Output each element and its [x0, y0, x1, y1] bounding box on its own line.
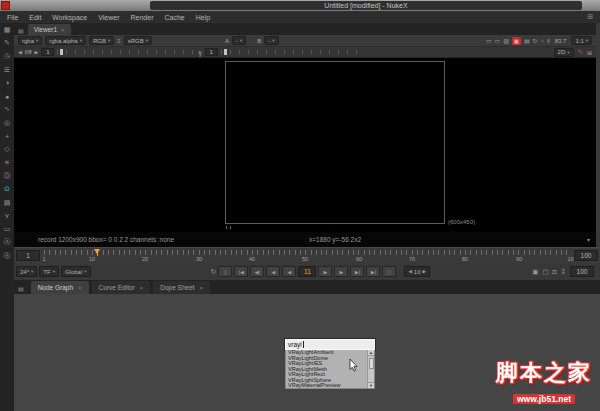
input-a-select[interactable]: - ▾ [232, 36, 246, 45]
viewer-canvas[interactable]: (600x450) [14, 58, 596, 232]
menu-workspace[interactable]: Workspace [52, 14, 87, 21]
toolsets-icon[interactable]: ⋎ [0, 209, 14, 222]
layer-select[interactable]: rgba ▾ [18, 36, 42, 45]
views-icon[interactable]: ⊙ [0, 183, 14, 196]
next-keyframe-button[interactable]: ▶| [350, 266, 364, 277]
close-icon[interactable]: × [61, 27, 65, 33]
range-end-field[interactable]: 100 [574, 250, 598, 261]
menu-help[interactable]: Help [196, 14, 210, 21]
keyer-icon[interactable]: ∿ [0, 103, 14, 116]
increment-next-icon[interactable]: ▶ [423, 269, 426, 274]
goto-start-button[interactable]: |◀ [234, 266, 248, 277]
view-mode-select[interactable]: 2D ▾ [554, 48, 574, 57]
channel-icon[interactable]: ☰ [0, 63, 14, 76]
annotate-pencil-icon[interactable]: ✎ [578, 48, 583, 56]
draw-icon[interactable]: ✎ [0, 36, 14, 49]
menu-cache[interactable]: Cache [164, 14, 184, 21]
plugins-a-icon[interactable]: Ⓐ [0, 236, 14, 249]
deep-icon[interactable]: Ⓓ [0, 169, 14, 182]
channels-select[interactable]: RGB ▾ [89, 36, 114, 45]
monitor-out-icon[interactable]: ▤ [524, 37, 530, 44]
scroll-down-icon[interactable]: ▼ [368, 382, 374, 388]
other-icon[interactable]: ▭ [0, 222, 14, 235]
channel-strip-icon[interactable]: ≡ [117, 38, 121, 44]
increment-value[interactable]: 10 [414, 269, 421, 275]
prev-keyframe-button[interactable]: ◀| [250, 266, 264, 277]
timeline-ruler[interactable] [44, 250, 572, 255]
tab-node-graph[interactable]: Node Graph × [31, 281, 89, 294]
gamma-slider[interactable] [221, 49, 359, 55]
image-icon[interactable]: ▦ [0, 23, 14, 36]
particles-icon[interactable]: ✳ [0, 156, 14, 169]
render-export-icon[interactable]: ↧ [561, 268, 566, 276]
gain-prev-icon[interactable]: ◀ [18, 49, 22, 55]
panel-splitter[interactable] [596, 23, 600, 247]
roi-icon[interactable]: ▦ [512, 37, 521, 45]
colorspace-select[interactable]: sRGB ▾ [124, 36, 152, 45]
step-forward-button[interactable]: ▶ [318, 266, 332, 277]
gain-slider[interactable] [57, 49, 195, 55]
layout-grid-icon[interactable]: ⊞ [587, 49, 592, 56]
fps-select[interactable]: 24* ▾ [16, 266, 37, 277]
wipe-a-icon[interactable]: ▭ [486, 37, 492, 44]
scrollbar[interactable]: ▲ ▼ [367, 350, 374, 388]
menu-file[interactable]: File [7, 14, 18, 21]
range-start-field[interactable]: 1 [16, 250, 40, 261]
range-lock-button[interactable]: ▯ [218, 266, 232, 277]
panel-menu-icon[interactable]: ▤ [18, 27, 24, 34]
play-forward-button[interactable]: ▶ [334, 266, 348, 277]
menu-edit[interactable]: Edit [29, 14, 41, 21]
panel-menu-icon[interactable]: ▤ [18, 285, 24, 292]
workspace-grid-icon[interactable]: ⊞ [587, 13, 593, 21]
filter-icon[interactable]: ● [0, 89, 14, 102]
time-icon[interactable]: ◷ [0, 50, 14, 63]
gain-value[interactable]: 1 [41, 48, 54, 56]
metadata-icon[interactable]: ▤ [0, 196, 14, 209]
play-backward-button[interactable]: ◀ [266, 266, 280, 277]
transform-icon[interactable]: + [0, 129, 14, 142]
3d-icon[interactable]: ◇ [0, 143, 14, 156]
range-mode-select[interactable]: TF ▾ [39, 266, 59, 277]
menu-render[interactable]: Render [131, 14, 154, 21]
refresh-icon[interactable]: ↻ [533, 37, 538, 44]
current-frame-field[interactable]: 11 [298, 266, 316, 277]
node-search-input[interactable]: vrayl [285, 339, 375, 350]
playhead-stem[interactable] [97, 249, 98, 256]
flipbook-a-icon[interactable]: ▣ [532, 268, 538, 276]
close-icon[interactable]: × [140, 285, 144, 291]
plugins-s-icon[interactable]: Ⓢ [0, 249, 14, 262]
goto-end-button[interactable]: ▶| [366, 266, 380, 277]
scrollbar-thumb[interactable] [369, 358, 374, 369]
tab-viewer1[interactable]: Viewer1 × [28, 24, 71, 35]
scroll-up-icon[interactable]: ▲ [368, 350, 374, 356]
menu-viewer[interactable]: Viewer [98, 14, 119, 21]
frame-increment-control[interactable]: ◀ 10 ▶ [404, 266, 430, 277]
wipe-b-icon[interactable]: ▭ [495, 37, 501, 44]
zoom-select[interactable]: 1:1 ▾ [571, 36, 592, 45]
frame-range-select[interactable]: Global ▾ [61, 266, 91, 277]
tab-curve-editor[interactable]: Curve Editor × [92, 281, 151, 294]
step-back-button[interactable]: ◀ [282, 266, 296, 277]
increment-prev-icon[interactable]: ◀ [408, 269, 411, 274]
end-frame-field[interactable]: 100 [570, 266, 594, 277]
checker-icon[interactable]: ▨ [503, 37, 509, 44]
alpha-layer-select[interactable]: rgba.alpha ▾ [45, 36, 86, 45]
gain-slider-handle[interactable] [60, 49, 63, 55]
list-item[interactable]: VRayMaterialPreview [286, 383, 374, 389]
lock-icon[interactable]: ◘ [553, 268, 557, 275]
gain-next-icon[interactable]: ▶ [35, 49, 39, 55]
fstop-label[interactable]: f/8 [25, 49, 32, 55]
flipbook-b-icon[interactable]: ▢ [542, 268, 548, 276]
color-icon[interactable]: ◑ [0, 76, 14, 89]
loop-mode-icon[interactable]: ↻ [211, 268, 217, 276]
input-b-select[interactable]: - ▾ [264, 36, 278, 45]
pause-icon[interactable]: ‖ [547, 38, 549, 44]
gamma-slider-handle[interactable] [224, 49, 227, 55]
merge-icon[interactable]: ◎ [0, 116, 14, 129]
tab-dope-sheet[interactable]: Dope Sheet × [153, 281, 210, 294]
stop-button[interactable]: ▢ [382, 266, 396, 277]
gamma-value[interactable]: 1 [205, 48, 218, 56]
status-dropdown-icon[interactable]: ▾ [587, 236, 590, 243]
close-icon[interactable]: × [78, 285, 82, 291]
proxy-icon[interactable]: ○ [541, 38, 545, 44]
